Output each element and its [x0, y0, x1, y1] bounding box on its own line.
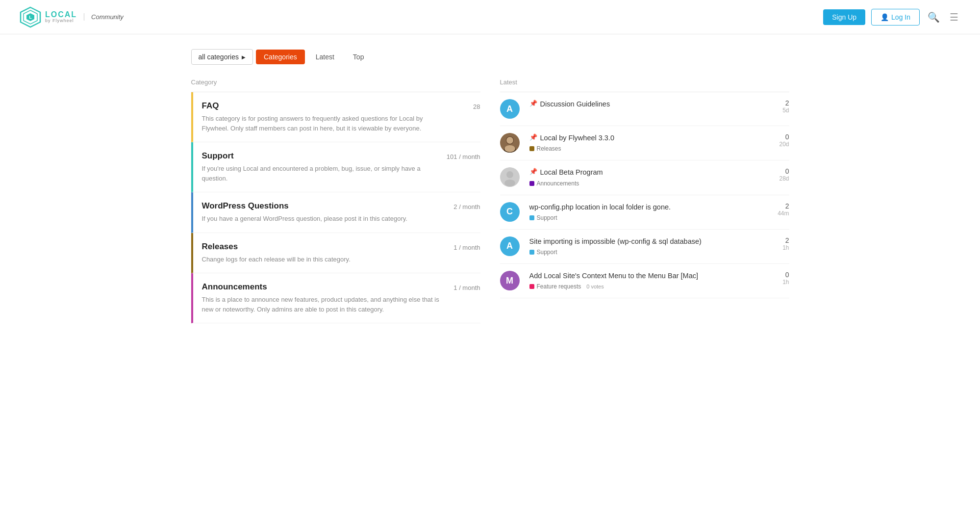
- category-description: This category is for posting answers to …: [202, 114, 447, 133]
- category-topics-count: 1 / month: [453, 242, 480, 264]
- signup-button[interactable]: Sign Up: [823, 9, 865, 25]
- topic-replies: 2: [785, 236, 789, 244]
- filter-bar: all categories ▶ Categories Latest Top: [191, 49, 789, 65]
- logo-icon: L: [20, 6, 41, 28]
- tag-label: Releases: [537, 145, 561, 152]
- community-label: Community: [84, 13, 124, 21]
- topic-title: wp-config.php location in local folder i…: [529, 202, 772, 212]
- topic-info: 📌Local Beta Program Announcements: [529, 167, 774, 187]
- category-description: This is a place to announce new features…: [202, 295, 447, 314]
- topic-meta: 2 44m: [778, 202, 789, 217]
- category-description: If you have a general WordPress question…: [202, 214, 447, 224]
- latest-topic-item[interactable]: C wp-config.php location in local folder…: [500, 195, 789, 230]
- logo-sub: by Flywheel: [45, 19, 77, 24]
- category-topics-count: 28: [473, 101, 480, 133]
- category-description: If you're using Local and encountered a …: [202, 164, 447, 183]
- login-button[interactable]: 👤 Log In: [871, 9, 920, 26]
- svg-text:L: L: [29, 15, 32, 20]
- tag-label: Support: [537, 249, 557, 256]
- tab-top[interactable]: Top: [345, 50, 372, 64]
- avatar: [500, 133, 520, 153]
- category-list: FAQ This category is for posting answers…: [191, 92, 480, 323]
- tag-label: Support: [537, 214, 557, 221]
- latest-topic-item[interactable]: A Site importing is impossible (wp-confi…: [500, 230, 789, 264]
- tab-latest[interactable]: Latest: [308, 50, 342, 64]
- search-icon[interactable]: 🔍: [926, 9, 942, 25]
- category-topics-count: 101 / month: [447, 151, 480, 183]
- topic-title: 📌Discussion Guidelines: [529, 99, 777, 109]
- tag-dot: [529, 284, 534, 289]
- topic-replies: 2: [785, 99, 789, 107]
- avatar: A: [500, 99, 520, 119]
- tag-dot: [529, 146, 534, 151]
- topic-info: 📌Local by Flywheel 3.3.0 Releases: [529, 133, 774, 153]
- category-description: Change logs for each release will be in …: [202, 255, 447, 264]
- topic-title: Add Local Site's Context Menu to the Men…: [529, 271, 777, 281]
- category-item[interactable]: Support If you're using Local and encoun…: [191, 142, 480, 192]
- content-grid: Category FAQ This category is for postin…: [191, 78, 789, 323]
- topic-time: 5d: [782, 107, 789, 114]
- category-info: Announcements This is a place to announc…: [202, 282, 454, 314]
- topic-meta: 0 20d: [779, 133, 789, 148]
- logo[interactable]: L LOCAL by Flywheel Community: [20, 6, 124, 28]
- topic-info: wp-config.php location in local folder i…: [529, 202, 772, 222]
- category-info: FAQ This category is for posting answers…: [202, 101, 474, 133]
- category-item[interactable]: Releases Change logs for each release wi…: [191, 233, 480, 274]
- topic-tag: Announcements: [529, 180, 579, 187]
- categories-column: Category FAQ This category is for postin…: [191, 78, 480, 323]
- tag-label: Announcements: [537, 180, 579, 187]
- topic-info: Site importing is impossible (wp-config …: [529, 236, 777, 257]
- latest-topic-item[interactable]: 📌Local by Flywheel 3.3.0 Releases 0 20d: [500, 126, 789, 160]
- svg-point-10: [506, 171, 513, 178]
- latest-topic-item[interactable]: 📌Local Beta Program Announcements 0 28d: [500, 160, 789, 195]
- header-left: L LOCAL by Flywheel Community: [20, 6, 124, 28]
- latest-col-header: Latest: [500, 78, 789, 92]
- topic-replies: 0: [785, 133, 789, 141]
- user-icon: 👤: [880, 13, 889, 21]
- topic-info: Add Local Site's Context Menu to the Men…: [529, 271, 777, 291]
- topic-tag: Support: [529, 249, 557, 256]
- category-name: WordPress Questions: [202, 201, 454, 211]
- pin-icon: 📌: [529, 99, 537, 108]
- category-info: Support If you're using Local and encoun…: [202, 151, 447, 183]
- category-item[interactable]: FAQ This category is for posting answers…: [191, 92, 480, 142]
- topic-time: 20d: [779, 141, 789, 148]
- logo-name: LOCAL: [45, 10, 77, 19]
- site-header: L LOCAL by Flywheel Community Sign Up 👤 …: [0, 0, 980, 34]
- pin-icon: 📌: [529, 133, 537, 142]
- tag-dot: [529, 181, 534, 186]
- pin-icon: 📌: [529, 167, 537, 176]
- category-name: Announcements: [202, 282, 454, 292]
- avatar: [500, 167, 520, 187]
- votes-badge: 0 votes: [586, 284, 603, 289]
- category-info: Releases Change logs for each release wi…: [202, 242, 454, 264]
- topic-info: 📌Discussion Guidelines: [529, 99, 777, 109]
- topic-tag: Support: [529, 214, 557, 221]
- topic-time: 44m: [778, 210, 789, 217]
- topic-replies: 0: [785, 271, 789, 279]
- latest-topic-item[interactable]: A 📌Discussion Guidelines 2 5d: [500, 92, 789, 126]
- category-topics-count: 2 / month: [453, 201, 480, 224]
- svg-point-7: [506, 137, 513, 144]
- main-content: all categories ▶ Categories Latest Top C…: [172, 34, 809, 338]
- tab-categories[interactable]: Categories: [256, 50, 305, 64]
- topic-title: 📌Local by Flywheel 3.3.0: [529, 133, 774, 143]
- category-name: FAQ: [202, 101, 474, 111]
- topic-replies: 0: [785, 167, 789, 175]
- category-name: Support: [202, 151, 447, 161]
- menu-icon[interactable]: ☰: [948, 9, 960, 25]
- topic-title: Site importing is impossible (wp-config …: [529, 236, 777, 246]
- latest-column: Latest A 📌Discussion Guidelines 2 5d 📌Lo…: [500, 78, 789, 323]
- latest-topic-item[interactable]: M Add Local Site's Context Menu to the M…: [500, 264, 789, 298]
- category-item[interactable]: Announcements This is a place to announc…: [191, 273, 480, 323]
- topic-meta: 2 5d: [782, 99, 789, 114]
- topic-replies: 2: [785, 202, 789, 210]
- avatar: C: [500, 202, 520, 222]
- avatar: M: [500, 271, 520, 290]
- all-categories-button[interactable]: all categories ▶: [191, 49, 253, 65]
- categories-col-header: Category: [191, 78, 480, 92]
- topic-time: 1h: [782, 244, 789, 251]
- category-info: WordPress Questions If you have a genera…: [202, 201, 454, 224]
- category-item[interactable]: WordPress Questions If you have a genera…: [191, 192, 480, 233]
- topic-meta: 0 1h: [782, 271, 789, 286]
